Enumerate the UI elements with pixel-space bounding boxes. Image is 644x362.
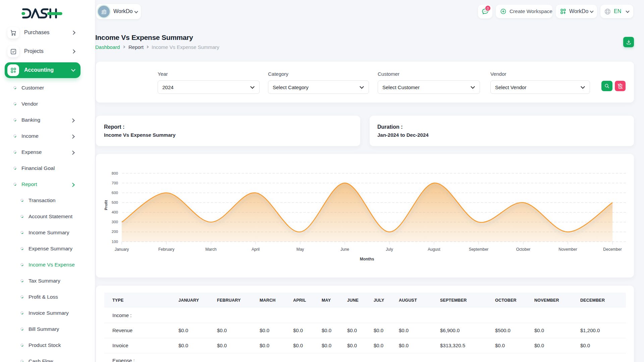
svg-text:January: January — [115, 247, 129, 252]
svg-text:200: 200 — [112, 230, 118, 234]
svg-text:February: February — [158, 247, 174, 252]
svg-text:November: November — [558, 247, 577, 252]
svg-text:Profit: Profit — [104, 200, 108, 210]
svg-text:October: October — [516, 247, 531, 252]
svg-text:June: June — [340, 247, 349, 252]
svg-text:August: August — [428, 247, 440, 252]
svg-text:800: 800 — [112, 171, 118, 175]
svg-text:December: December — [603, 247, 622, 252]
svg-text:April: April — [252, 247, 260, 252]
svg-text:700: 700 — [112, 181, 118, 185]
svg-text:September: September — [469, 247, 489, 252]
svg-text:Months: Months — [360, 257, 374, 261]
svg-text:300: 300 — [112, 220, 118, 224]
svg-text:May: May — [297, 247, 304, 252]
svg-text:500: 500 — [112, 200, 118, 204]
svg-text:100: 100 — [112, 240, 118, 244]
svg-text:July: July — [386, 247, 393, 252]
svg-text:400: 400 — [112, 210, 118, 214]
svg-text:600: 600 — [112, 191, 118, 195]
svg-text:March: March — [205, 247, 216, 252]
